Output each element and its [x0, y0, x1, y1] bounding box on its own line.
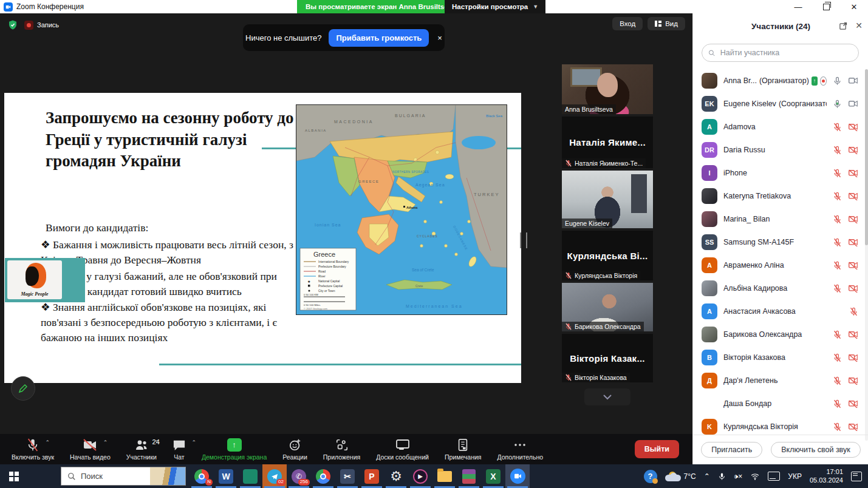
taskbar-icon-snipping-tool[interactable]: ✂	[335, 464, 360, 488]
participant-row[interactable]: BВікторія Казакова	[693, 346, 864, 369]
tray-expand-icon[interactable]: ⌃	[704, 472, 710, 481]
popout-icon[interactable]	[839, 21, 848, 30]
mic-muted-icon	[565, 374, 572, 381]
participant-row[interactable]: DRDaria Russu	[693, 138, 864, 161]
participant-row[interactable]: AAdamova	[693, 115, 864, 138]
toolbar-apps-button[interactable]: Приложения	[323, 438, 360, 461]
taskbar-icon-file-explorer[interactable]	[432, 464, 457, 488]
record-status[interactable]: Запись	[24, 21, 59, 30]
volume-muted-icon[interactable]: 🕩×	[734, 472, 743, 481]
tile-name-label: Вікторія Казакова	[562, 373, 630, 382]
svg-text:Greece: Greece	[313, 251, 335, 258]
chevron-up-icon[interactable]: ⌃	[45, 439, 50, 446]
toolbar-react-button[interactable]: Реакции	[282, 438, 307, 461]
taskbar-icon-word[interactable]: W	[214, 464, 238, 488]
toolbar-share-button[interactable]: ↑Демонстрация экрана	[202, 438, 267, 461]
participants-scrollbar[interactable]	[865, 69, 868, 441]
chevron-down-icon: ▼	[533, 4, 538, 10]
chevron-up-icon[interactable]: ⌃	[154, 439, 159, 446]
taskbar-icon-settings[interactable]: ⚙	[384, 464, 408, 488]
taskbar-icon-telegram[interactable]: 02	[262, 464, 287, 488]
mic-muted-icon	[833, 123, 842, 132]
participant-name: Альбіна Кадирова	[723, 284, 787, 293]
participant-row[interactable]: AАвраменко Аліна	[693, 254, 864, 277]
panel-close-icon[interactable]: ✕	[855, 21, 863, 30]
video-tile[interactable]: Наталія Якиме... Наталія Якименко-Те...	[562, 117, 653, 168]
restore-button[interactable]	[812, 0, 840, 13]
search-input[interactable]	[719, 48, 852, 58]
participant-name: Samsung SM-A145F	[723, 238, 794, 246]
close-button[interactable]: ✕	[840, 0, 868, 13]
video-tile[interactable]: Anna Brusiltseva	[562, 64, 653, 114]
mic-tray-icon[interactable]	[718, 472, 726, 481]
taskbar-icon-excel[interactable]: X	[481, 464, 505, 488]
view-settings-button[interactable]: Настройки просмотра▼	[445, 0, 545, 13]
chevron-up-icon[interactable]: ⌃	[103, 439, 108, 446]
participant-row[interactable]: AАнастасия Ачкасова	[693, 300, 864, 323]
camera-icon	[848, 100, 858, 108]
notification-center-icon[interactable]	[851, 472, 862, 481]
panel-divider-handle[interactable]	[520, 232, 527, 248]
tile-name-label: Eugene Kiselev	[562, 219, 612, 228]
video-tile[interactable]: Барикова Олександра	[562, 283, 653, 331]
start-button[interactable]	[0, 464, 28, 488]
help-icon[interactable]: ?	[644, 470, 657, 483]
collapse-thumbnails-button[interactable]	[584, 388, 630, 405]
taskbar-icon-viber[interactable]: ✆256	[287, 464, 311, 488]
mic-icon	[833, 100, 842, 109]
chrome-icon	[316, 469, 330, 484]
participant-row[interactable]: IiPhone	[693, 161, 864, 185]
toast-close-icon[interactable]: ×	[437, 33, 442, 42]
participant-row[interactable]: Marina_ Bilan	[693, 208, 864, 231]
participant-name: Курляндська Вікторія	[723, 422, 798, 431]
leave-meeting-button[interactable]: Выйти	[635, 440, 679, 458]
participant-row[interactable]: ДДар'я Лепетень	[693, 369, 864, 392]
language-indicator[interactable]: УКР	[788, 472, 802, 481]
more-icon	[513, 438, 527, 452]
taskbar-search[interactable]: Поиск	[61, 467, 186, 486]
slide-title: Запрошуємо на сезонну роботу до Греції у…	[46, 107, 307, 172]
participant-search[interactable]	[702, 44, 859, 62]
toolbar-cam-off-button[interactable]: ⌃Начать видео	[70, 438, 111, 461]
login-button[interactable]: Вход	[612, 17, 643, 30]
participant-row[interactable]: Барикова Олександра	[693, 323, 864, 346]
camera-muted-icon	[83, 439, 97, 451]
svg-text:MACEDONIA: MACEDONIA	[334, 120, 374, 124]
video-tile[interactable]: Курляндська Ві... Курляндська Вікторія	[562, 231, 653, 280]
annotation-pencil-button[interactable]	[11, 376, 35, 401]
participant-row[interactable]: Альбіна Кадирова	[693, 277, 864, 300]
participant-row[interactable]: Kateryna Tretiakova	[693, 185, 864, 208]
clock[interactable]: 17:01 05.03.2024	[810, 468, 843, 485]
touch-keyboard-icon[interactable]	[768, 472, 780, 481]
taskbar-icon-chrome[interactable]	[311, 464, 335, 488]
participant-row[interactable]: SSSamsung SM-A145F	[693, 231, 864, 254]
participant-row[interactable]: EKEugene Kiselev(Соорганизатор)	[693, 92, 864, 115]
chevron-up-icon[interactable]: ⌃	[191, 439, 196, 446]
toolbar-chat-button[interactable]: ⌃Чат	[173, 438, 186, 461]
apps-icon	[335, 438, 349, 452]
view-button[interactable]: Вид	[648, 17, 685, 30]
security-shield-icon[interactable]	[7, 19, 18, 30]
toolbar-board-button[interactable]: Доски сообщений	[376, 438, 429, 461]
participant-row[interactable]: Даша Бондар	[693, 392, 864, 415]
toolbar-mic-off-button[interactable]: ⌃Включить звук	[12, 438, 54, 461]
taskbar-icon-zoom[interactable]	[505, 464, 530, 488]
increase-volume-button[interactable]: Прибавить громкость	[329, 29, 429, 47]
taskbar-icon-winrar[interactable]	[457, 464, 481, 488]
taskbar-icon-powerpoint[interactable]: P	[360, 464, 384, 488]
pencil-icon	[18, 383, 29, 394]
weather-widget[interactable]: 7°C	[665, 472, 696, 481]
taskbar-icon-app-teal[interactable]	[238, 464, 262, 488]
taskbar-icon-media-player[interactable]: ▶	[408, 464, 432, 488]
minimize-button[interactable]: —	[784, 0, 812, 13]
video-tile[interactable]: Вікторія Казак... Вікторія Казакова	[562, 334, 653, 382]
video-tile[interactable]: Eugene Kiselev	[562, 171, 653, 228]
invite-button[interactable]: Пригласить	[701, 442, 762, 458]
toolbar-notes-button[interactable]: Примечания	[445, 438, 482, 461]
toolbar-more-button[interactable]: Дополнительно	[497, 438, 544, 461]
taskbar-icon-chrome-profile-n[interactable]: N	[190, 464, 214, 488]
participant-row[interactable]: Anna Br...(Организатор)↑	[693, 69, 864, 92]
unmute-self-button[interactable]: Включить свой звук	[771, 442, 861, 458]
wifi-icon[interactable]	[750, 472, 760, 481]
toolbar-people-button[interactable]: 24⌃Участники	[126, 438, 157, 461]
